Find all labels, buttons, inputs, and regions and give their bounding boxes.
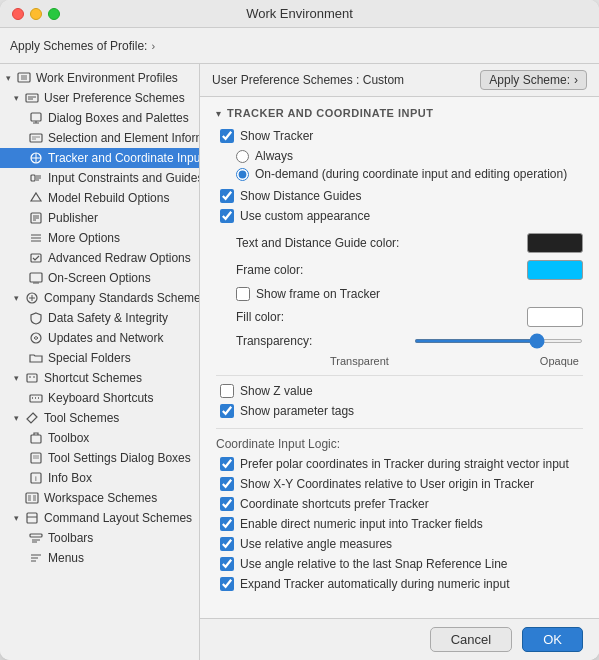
- sidebar-item-dialog-boxes[interactable]: Dialog Boxes and Palettes: [0, 108, 199, 128]
- sidebar-item-data-safety[interactable]: Data Safety & Integrity: [0, 308, 199, 328]
- sidebar-item-work-env-profiles[interactable]: ▾ Work Environment Profiles: [0, 68, 199, 88]
- sidebar-item-tool-settings[interactable]: Tool Settings Dialog Boxes: [0, 448, 199, 468]
- show-param-tags-checkbox[interactable]: [220, 404, 234, 418]
- sidebar-item-keyboard[interactable]: Keyboard Shortcuts: [0, 388, 199, 408]
- svg-rect-8: [30, 134, 42, 142]
- sidebar-item-command-layout[interactable]: ▾ Command Layout Schemes: [0, 508, 199, 528]
- svg-rect-2: [26, 94, 38, 102]
- sidebar-item-company-standards[interactable]: ▾ Company Standards Schemes: [0, 288, 199, 308]
- coord-shortcuts-row: Coordinate shortcuts prefer Tracker: [216, 497, 583, 511]
- sidebar-item-publisher[interactable]: Publisher: [0, 208, 199, 228]
- menus-icon: [28, 550, 44, 566]
- expand-icon: ▾: [14, 293, 24, 303]
- show-frame-checkbox[interactable]: [236, 287, 250, 301]
- sidebar-item-advanced-redraw[interactable]: Advanced Redraw Options: [0, 248, 199, 268]
- svg-rect-26: [31, 254, 41, 262]
- use-relative-row: Use relative angle measures: [216, 537, 583, 551]
- svg-point-32: [31, 333, 41, 343]
- sidebar-item-selection[interactable]: Selection and Element Informatio...: [0, 128, 199, 148]
- transparent-label: Transparent: [330, 355, 389, 367]
- separator: [216, 375, 583, 376]
- safety-icon: [28, 310, 44, 326]
- svg-rect-46: [26, 493, 38, 503]
- show-frame-label: Show frame on Tracker: [256, 287, 380, 301]
- sidebar-item-user-pref[interactable]: ▾ User Preference Schemes: [0, 88, 199, 108]
- use-relative-label: Use relative angle measures: [240, 537, 392, 551]
- show-distance-checkbox[interactable]: [220, 189, 234, 203]
- on-demand-radio[interactable]: [236, 168, 249, 181]
- sidebar-item-label: Tool Schemes: [44, 411, 119, 425]
- frame-color-swatch[interactable]: [527, 260, 583, 280]
- text-distance-color-swatch[interactable]: [527, 233, 583, 253]
- show-param-tags-row: Show parameter tags: [216, 404, 583, 418]
- section-collapse-icon[interactable]: ▾: [216, 108, 221, 119]
- sidebar-item-label: Model Rebuild Options: [48, 191, 169, 205]
- sidebar-item-label: Tracker and Coordinate Input: [48, 151, 199, 165]
- on-demand-row: On-demand (during coordinate input and e…: [216, 167, 583, 181]
- apply-schemes-arrow[interactable]: ›: [151, 40, 155, 52]
- minimize-button[interactable]: [30, 8, 42, 20]
- show-xy-checkbox[interactable]: [220, 477, 234, 491]
- panel-content: ▾ TRACKER AND COORDINATE INPUT Show Trac…: [200, 97, 599, 618]
- cancel-button[interactable]: Cancel: [430, 627, 512, 652]
- show-tracker-row: Show Tracker: [216, 129, 583, 143]
- maximize-button[interactable]: [48, 8, 60, 20]
- prefer-polar-checkbox[interactable]: [220, 457, 234, 471]
- apply-scheme-button[interactable]: Apply Scheme: ›: [480, 70, 587, 90]
- use-angle-snap-row: Use angle relative to the last Snap Refe…: [216, 557, 583, 571]
- prefer-polar-row: Prefer polar coordinates in Tracker duri…: [216, 457, 583, 471]
- model-icon: [28, 190, 44, 206]
- sidebar-item-workspace[interactable]: Workspace Schemes: [0, 488, 199, 508]
- use-angle-snap-checkbox[interactable]: [220, 557, 234, 571]
- sidebar-item-input-constraints[interactable]: Input Constraints and Guides: [0, 168, 199, 188]
- sidebar-item-info-box[interactable]: i Info Box: [0, 468, 199, 488]
- network-icon: [28, 330, 44, 346]
- sidebar-item-toolbox[interactable]: Toolbox: [0, 428, 199, 448]
- show-z-checkbox[interactable]: [220, 384, 234, 398]
- sidebar-item-toolbars[interactable]: Toolbars: [0, 528, 199, 548]
- svg-text:i: i: [35, 474, 37, 483]
- sidebar-item-more-options[interactable]: More Options: [0, 228, 199, 248]
- frame-color-row: Frame color:: [216, 260, 583, 280]
- sidebar-item-updates[interactable]: Updates and Network: [0, 328, 199, 348]
- close-button[interactable]: [12, 8, 24, 20]
- always-radio[interactable]: [236, 150, 249, 163]
- sidebar-item-shortcut[interactable]: ▾ Shortcut Schemes: [0, 368, 199, 388]
- sidebar-item-special-folders[interactable]: Special Folders: [0, 348, 199, 368]
- show-xy-label: Show X-Y Coordinates relative to User or…: [240, 477, 534, 491]
- use-relative-checkbox[interactable]: [220, 537, 234, 551]
- coord-shortcuts-checkbox[interactable]: [220, 497, 234, 511]
- sidebar-item-tracker[interactable]: Tracker and Coordinate Input: [0, 148, 199, 168]
- sidebar-item-model-rebuild[interactable]: Model Rebuild Options: [0, 188, 199, 208]
- custom-appearance-checkbox[interactable]: [220, 209, 234, 223]
- separator2: [216, 428, 583, 429]
- more-icon: [28, 230, 44, 246]
- sidebar-item-label: Company Standards Schemes: [44, 291, 199, 305]
- sidebar-item-tool-schemes[interactable]: ▾ Tool Schemes: [0, 408, 199, 428]
- fill-color-swatch[interactable]: [527, 307, 583, 327]
- window-title: Work Environment: [246, 6, 353, 21]
- work-env-icon: [16, 70, 32, 86]
- ok-button[interactable]: OK: [522, 627, 583, 652]
- svg-rect-1: [21, 75, 27, 80]
- transparency-row: Transparency:: [236, 334, 583, 348]
- show-tracker-checkbox[interactable]: [220, 129, 234, 143]
- sidebar-item-menus[interactable]: Menus: [0, 548, 199, 568]
- enable-direct-checkbox[interactable]: [220, 517, 234, 531]
- scheme-label: User Preference Schemes : Custom: [212, 73, 404, 87]
- sidebar-item-label: On-Screen Options: [48, 271, 151, 285]
- show-xy-row: Show X-Y Coordinates relative to User or…: [216, 477, 583, 491]
- expand-icon: ▾: [14, 413, 24, 423]
- fill-color-row: Fill color:: [216, 307, 583, 327]
- sidebar-item-on-screen[interactable]: On-Screen Options: [0, 268, 199, 288]
- svg-rect-40: [31, 435, 41, 443]
- expand-tracker-checkbox[interactable]: [220, 577, 234, 591]
- show-distance-label: Show Distance Guides: [240, 189, 361, 203]
- sidebar-item-label: Command Layout Schemes: [44, 511, 192, 525]
- sidebar-item-label: Workspace Schemes: [44, 491, 157, 505]
- text-distance-color-label: Text and Distance Guide color:: [236, 236, 527, 250]
- tool-icon: [24, 410, 40, 426]
- sidebar-item-label: Menus: [48, 551, 84, 565]
- transparency-slider[interactable]: [414, 339, 584, 343]
- always-row: Always: [216, 149, 583, 163]
